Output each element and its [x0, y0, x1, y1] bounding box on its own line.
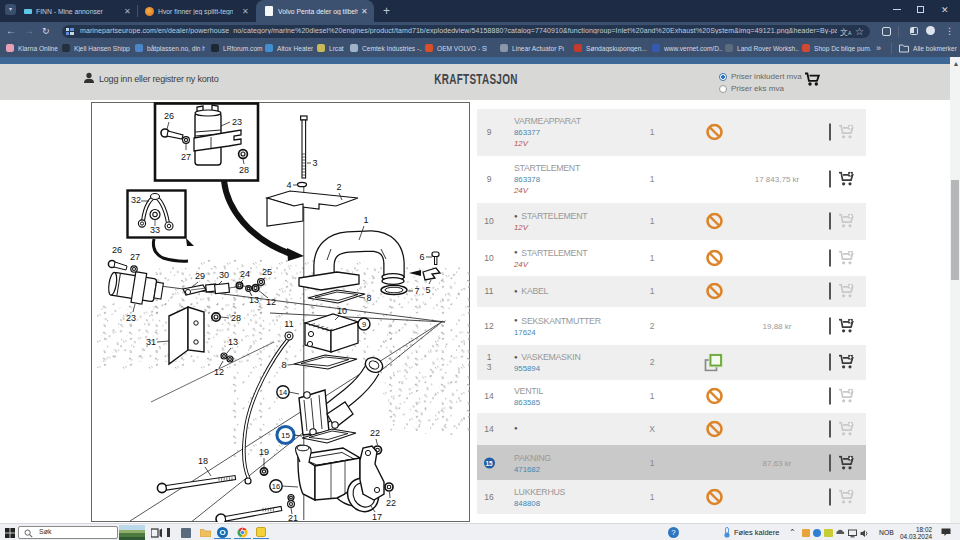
svg-text:28: 28 [231, 313, 241, 323]
svg-text:6: 6 [419, 252, 424, 262]
svg-text:18: 18 [198, 456, 208, 466]
svg-text:25: 25 [262, 267, 272, 277]
svg-text:14: 14 [279, 388, 287, 397]
svg-text:21: 21 [288, 513, 298, 522]
svg-text:11: 11 [284, 319, 293, 329]
svg-text:26: 26 [164, 111, 174, 121]
svg-text:8: 8 [281, 360, 286, 370]
svg-text:1: 1 [363, 215, 368, 225]
svg-text:2: 2 [336, 182, 341, 192]
svg-text:8: 8 [366, 293, 371, 303]
svg-text:22: 22 [386, 498, 396, 508]
svg-text:24: 24 [240, 269, 250, 279]
svg-text:12: 12 [266, 297, 276, 307]
svg-text:29: 29 [195, 271, 205, 281]
svg-text:10: 10 [337, 306, 347, 316]
svg-text:17: 17 [372, 512, 382, 522]
svg-text:16: 16 [272, 482, 280, 491]
svg-text:13: 13 [249, 295, 259, 305]
svg-text:4: 4 [286, 180, 291, 190]
svg-text:27: 27 [130, 252, 140, 262]
svg-text:30: 30 [219, 270, 229, 280]
svg-text:32: 32 [131, 195, 141, 205]
svg-text:23: 23 [126, 313, 136, 323]
svg-text:5: 5 [425, 285, 430, 295]
svg-text:9: 9 [362, 320, 366, 329]
svg-text:15: 15 [281, 431, 290, 440]
svg-text:13: 13 [228, 337, 238, 347]
svg-text:12: 12 [214, 367, 224, 377]
svg-text:27: 27 [181, 152, 191, 162]
svg-text:3: 3 [312, 158, 317, 168]
svg-text:22: 22 [370, 428, 380, 438]
svg-text:28: 28 [239, 165, 249, 175]
svg-text:23: 23 [232, 117, 242, 127]
svg-text:31: 31 [146, 337, 156, 347]
svg-text:26: 26 [112, 245, 122, 255]
svg-text:7: 7 [414, 286, 419, 296]
svg-text:33: 33 [150, 225, 160, 235]
svg-text:19: 19 [259, 447, 269, 457]
